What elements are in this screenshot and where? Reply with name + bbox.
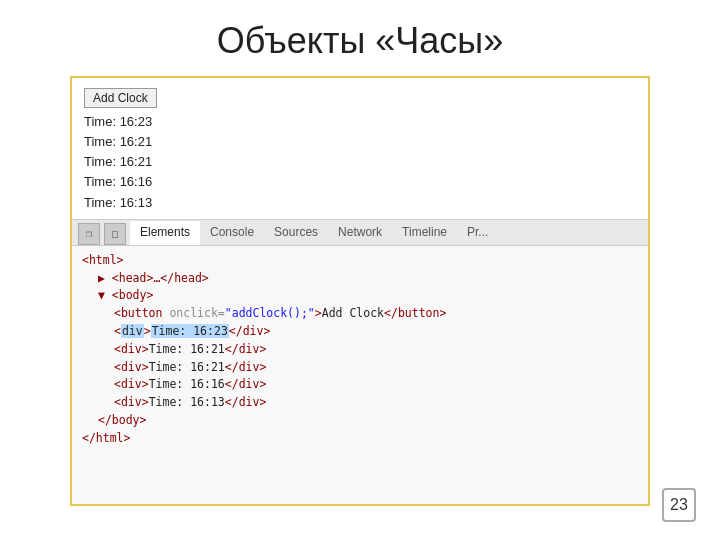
tab-timeline[interactable]: Timeline [392,221,457,245]
time-item-3: Time: 16:21 [84,152,636,172]
time-item-1: Time: 16:23 [84,112,636,132]
tab-console[interactable]: Console [200,221,264,245]
devtools-panel: ❐ □ Elements Console Sources Network Tim… [72,219,648,504]
code-line-9: <div>Time: 16:13</div> [114,394,638,412]
code-line-3: ▼ <body> [98,287,638,305]
code-line-8: <div>Time: 16:16</div> [114,376,638,394]
time-list: Time: 16:23 Time: 16:21 Time: 16:21 Time… [84,112,636,213]
devtools-content: <html> ▶ <head>…</head> ▼ <body> <button… [72,246,648,504]
code-line-10: </body> [98,412,638,430]
code-line-4: <button onclick="addClock();">Add Clock<… [114,305,638,323]
code-line-7: <div>Time: 16:21</div> [114,359,638,377]
browser-top: Add Clock Time: 16:23 Time: 16:21 Time: … [72,78,648,219]
time-item-2: Time: 16:21 [84,132,636,152]
tab-network[interactable]: Network [328,221,392,245]
tab-more[interactable]: Pr... [457,221,498,245]
slide-number: 23 [662,488,696,522]
code-line-1: <html> [82,252,638,270]
devtools-cursor-icon[interactable]: ❐ [78,223,100,245]
devtools-inspect-icon[interactable]: □ [104,223,126,245]
tab-elements[interactable]: Elements [130,221,200,245]
code-line-6: <div>Time: 16:21</div> [114,341,638,359]
code-line-2: ▶ <head>…</head> [98,270,638,288]
page-title: Объекты «Часы» [0,0,720,76]
time-item-5: Time: 16:13 [84,193,636,213]
devtools-tabs: ❐ □ Elements Console Sources Network Tim… [72,220,648,246]
time-item-4: Time: 16:16 [84,172,636,192]
add-clock-button[interactable]: Add Clock [84,88,157,108]
tab-sources[interactable]: Sources [264,221,328,245]
code-line-11: </html> [82,430,638,448]
main-container: Add Clock Time: 16:23 Time: 16:21 Time: … [70,76,650,506]
code-line-5: <div>Time: 16:23</div> [114,323,638,341]
